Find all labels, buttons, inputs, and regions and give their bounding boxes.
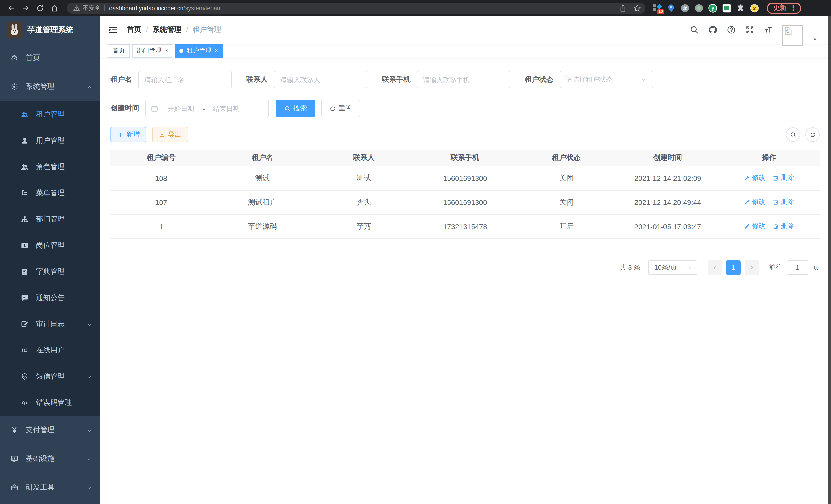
delete-tenant-link[interactable]: 删除 xyxy=(773,198,794,207)
end-date-input[interactable] xyxy=(207,105,246,112)
browser-reload-icon[interactable] xyxy=(34,2,46,14)
cell-status: 关闭 xyxy=(516,166,617,190)
sidebar-item-sms[interactable]: 短信管理 xyxy=(0,363,100,389)
breadcrumb-item[interactable]: 系统管理 xyxy=(153,25,181,34)
toggle-search-button[interactable] xyxy=(786,127,800,142)
recorder-extension-icon[interactable] xyxy=(694,3,704,13)
tab-dept[interactable]: 部门管理× xyxy=(132,44,172,57)
profile-avatar-icon[interactable] xyxy=(749,3,760,13)
reset-button[interactable]: 重置 xyxy=(321,100,360,117)
goto-label: 前往 xyxy=(769,263,782,272)
sidebar-item-label: 在线用户 xyxy=(36,346,65,355)
browser-menu-icon[interactable]: ⋮ xyxy=(790,4,797,12)
cell-id: 107 xyxy=(111,190,212,214)
create-time-label: 创建时间 xyxy=(111,104,139,113)
tabs-extension-icon[interactable]: 10 xyxy=(652,3,662,13)
add-tenant-button[interactable]: 新增 xyxy=(111,127,146,142)
dict-icon xyxy=(21,267,29,276)
search-icon[interactable] xyxy=(690,25,699,34)
y-extension-icon[interactable]: y xyxy=(708,3,718,13)
chevron-down-icon xyxy=(86,321,92,327)
fullscreen-icon[interactable] xyxy=(745,25,754,34)
contact-mobile-input[interactable] xyxy=(417,71,510,88)
command-extension-icon[interactable]: ⌘ xyxy=(680,3,690,13)
browser-home-icon[interactable] xyxy=(48,2,61,14)
export-button[interactable]: 导出 xyxy=(152,127,188,142)
sidebar-item-error-code[interactable]: 错误码管理 xyxy=(0,389,100,416)
sidebar-item-dict[interactable]: 字典管理 xyxy=(0,259,100,285)
edit-icon xyxy=(744,175,751,181)
tenant-status-select[interactable]: 请选择租户状态 xyxy=(560,71,653,88)
sidebar-item-home[interactable]: 首页 xyxy=(0,44,100,72)
sidebar-item-label: 审计日志 xyxy=(36,319,65,329)
action-label: 删除 xyxy=(781,198,794,207)
user-icon xyxy=(21,137,29,145)
github-icon[interactable] xyxy=(708,25,717,34)
sidebar-item-post[interactable]: 岗位管理 xyxy=(0,232,100,259)
delete-tenant-link[interactable]: 删除 xyxy=(773,222,794,231)
puzzle-extensions-icon[interactable] xyxy=(736,3,746,13)
next-page-button[interactable] xyxy=(745,260,759,275)
sidebar-item-menu[interactable]: 菜单管理 xyxy=(0,180,100,206)
font-size-icon[interactable] xyxy=(764,25,773,34)
infra-icon xyxy=(10,455,19,463)
share-icon[interactable] xyxy=(619,4,627,12)
delete-tenant-link[interactable]: 删除 xyxy=(773,173,794,183)
pay-icon xyxy=(10,426,19,434)
search-button[interactable]: 搜索 xyxy=(276,100,315,117)
close-tab-icon[interactable]: × xyxy=(214,48,218,53)
sidebar-item-role[interactable]: 角色管理 xyxy=(0,154,100,180)
tab-tenant[interactable]: 租户管理× xyxy=(175,44,223,57)
date-range-separator: - xyxy=(202,105,205,112)
edit-tenant-link[interactable]: 修改 xyxy=(744,222,766,231)
column-header: 联系手机 xyxy=(414,150,516,166)
help-icon[interactable] xyxy=(727,25,736,34)
sidebar-item-user[interactable]: 用户管理 xyxy=(0,127,100,154)
bookmark-star-icon[interactable] xyxy=(633,4,641,12)
svg-text:⌘: ⌘ xyxy=(683,6,687,11)
edit-tenant-link[interactable]: 修改 xyxy=(744,173,766,183)
chevron-up-icon xyxy=(86,84,92,90)
sidebar-item-devtools[interactable]: 研发工具 xyxy=(0,473,100,502)
cell-contact: 芋艿 xyxy=(313,214,414,238)
tabs-bar: 首页部门管理×租户管理× xyxy=(100,44,831,58)
avatar-caret-down-icon[interactable] xyxy=(812,35,818,40)
page-size-select[interactable]: 10条/页 xyxy=(648,260,697,275)
plus-icon xyxy=(117,131,124,138)
column-header: 操作 xyxy=(718,150,820,166)
refresh-table-button[interactable] xyxy=(805,127,820,142)
breadcrumb-item[interactable]: 首页 xyxy=(127,25,141,34)
cell-contact: 秃头 xyxy=(313,190,414,214)
tab-home[interactable]: 首页 xyxy=(108,44,130,57)
browser-update-button[interactable]: 更新 ⋮ xyxy=(767,2,801,13)
sidebar-item-pay[interactable]: 支付管理 xyxy=(0,416,100,444)
current-page-button[interactable]: 1 xyxy=(726,260,741,275)
close-tab-icon[interactable]: × xyxy=(165,48,168,53)
chat-extension-icon[interactable] xyxy=(721,3,732,13)
sidebar-item-tenant[interactable]: 租户管理 xyxy=(0,101,100,127)
sidebar-item-system[interactable]: 系统管理 xyxy=(0,72,100,101)
address-bar[interactable]: 不安全 dashboard.yudao.iocoder.cn/system/te… xyxy=(67,2,646,13)
create-time-range-picker[interactable]: - xyxy=(145,100,269,117)
sidebar-item-audit-log[interactable]: 审计日志 xyxy=(0,311,100,337)
tenant-name-input[interactable] xyxy=(138,71,232,88)
menu-icon xyxy=(21,189,29,197)
browser-forward-icon[interactable] xyxy=(20,2,32,14)
refresh-icon xyxy=(329,105,336,112)
balloon-extension-icon[interactable] xyxy=(666,3,676,13)
action-label: 修改 xyxy=(752,173,766,183)
edit-tenant-link[interactable]: 修改 xyxy=(744,198,766,207)
chevron-down-icon xyxy=(86,484,92,491)
sidebar-toggle-icon[interactable] xyxy=(108,25,118,35)
prev-page-button[interactable] xyxy=(708,260,722,275)
browser-back-icon[interactable] xyxy=(5,2,18,14)
app-logo[interactable]: 芋道管理系统 xyxy=(0,16,100,44)
sidebar-item-infra[interactable]: 基础设施 xyxy=(0,444,100,473)
goto-page-input[interactable] xyxy=(787,260,808,275)
start-date-input[interactable] xyxy=(161,105,200,112)
user-avatar[interactable] xyxy=(782,25,803,46)
contact-name-input[interactable] xyxy=(274,71,368,88)
sidebar-item-online-user[interactable]: 在线用户 xyxy=(0,337,100,363)
sidebar-item-notice[interactable]: 通知公告 xyxy=(0,285,100,311)
sidebar-item-dept[interactable]: 部门管理 xyxy=(0,206,100,232)
